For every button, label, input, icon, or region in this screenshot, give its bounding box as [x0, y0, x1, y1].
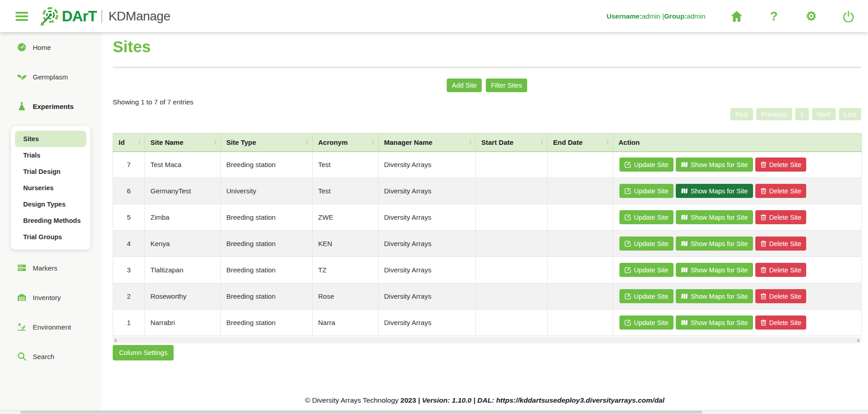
column-header-site-type[interactable]: Site Type▲▼ — [221, 133, 313, 152]
cell-start-date — [476, 152, 548, 178]
delete-site-button[interactable]: Delete Site — [755, 263, 807, 277]
delete-site-button[interactable]: Delete Site — [755, 289, 807, 303]
cell-start-date — [476, 231, 548, 257]
update-site-button[interactable]: Update Site — [619, 184, 673, 198]
update-site-button[interactable]: Update Site — [619, 315, 673, 330]
filter-sites-button[interactable]: Filter Sites — [486, 79, 527, 92]
hamburger-menu-icon[interactable] — [15, 12, 28, 21]
cell-site-name: Roseworthy — [145, 283, 221, 310]
user-info: Username:admin |Group:admin — [607, 12, 705, 20]
submenu-item-trial-design[interactable]: Trial Design — [15, 163, 86, 180]
sites-table-wrap: Id▲▼Site Name▲▼Site Type▲▼Acronym▲▼Manag… — [113, 133, 861, 336]
sort-icon: ▲▼ — [540, 139, 544, 145]
pagination-button-first[interactable]: First — [730, 108, 753, 120]
delete-site-button[interactable]: Delete Site — [755, 210, 807, 224]
column-header-site-name[interactable]: Site Name▲▼ — [145, 133, 221, 152]
sidebar-item-search[interactable]: Search — [0, 350, 101, 363]
column-settings-button[interactable]: Column Settings — [113, 345, 174, 360]
show-maps-for-site-button[interactable]: Show Maps for Site — [676, 315, 753, 330]
gear-icon[interactable]: ⚙ — [803, 10, 819, 23]
power-icon[interactable] — [841, 10, 856, 22]
delete-site-button[interactable]: Delete Site — [755, 237, 807, 251]
table-row: 2RoseworthyBreeding stationRoseDiversity… — [113, 283, 862, 310]
cell-id: 1 — [113, 310, 145, 336]
cell-start-date — [476, 178, 548, 204]
cell-id: 5 — [113, 204, 145, 231]
scrollbar-thumb[interactable] — [20, 411, 702, 414]
cell-acronym: Test — [313, 178, 379, 204]
submenu-item-design-types[interactable]: Design Types — [15, 196, 86, 212]
cell-end-date — [548, 310, 613, 336]
show-maps-for-site-button[interactable]: Show Maps for Site — [676, 289, 753, 303]
home-icon[interactable] — [729, 10, 744, 22]
scroll-left-icon[interactable]: ‹ — [115, 337, 117, 343]
cell-end-date — [548, 178, 613, 204]
table-row: 7Test MacaBreeding stationTestDiversity … — [113, 152, 862, 178]
sidebar-item-inventory[interactable]: Inventory — [0, 291, 101, 304]
delete-site-button[interactable]: Delete Site — [755, 158, 807, 172]
update-site-button[interactable]: Update Site — [619, 158, 673, 172]
scroll-right-icon[interactable]: › — [857, 337, 859, 343]
submenu-item-nurseries[interactable]: Nurseries — [15, 180, 86, 196]
cell-id: 3 — [113, 257, 145, 283]
cell-acronym: Rose — [313, 283, 379, 310]
footer-version-dal: | Version: 1.10.0 | DAL: https://kddarts… — [416, 396, 664, 404]
footer-copyright: © Diversity Arrays Technology — [305, 396, 400, 404]
submenu-item-trials[interactable]: Trials — [15, 147, 86, 163]
cell-manager-name: Diversity Arrays — [379, 257, 476, 283]
sort-icon: ▲▼ — [214, 139, 217, 145]
show-maps-for-site-button[interactable]: Show Maps for Site — [676, 158, 753, 172]
delete-site-button[interactable]: Delete Site — [755, 184, 807, 198]
add-site-button[interactable]: Add Site — [447, 79, 482, 92]
column-header-acronym[interactable]: Acronym▲▼ — [313, 133, 379, 152]
dart-target-icon — [39, 6, 59, 26]
pagination-button-1[interactable]: 1 — [795, 108, 809, 120]
show-maps-for-site-button[interactable]: Show Maps for Site — [676, 263, 753, 277]
column-header-manager-name[interactable]: Manager Name▲▼ — [379, 133, 476, 152]
column-header-id[interactable]: Id▲▼ — [113, 133, 145, 152]
title-divider — [113, 67, 861, 68]
cell-site-name: Tlaltizapan — [145, 257, 221, 283]
sidebar-item-home[interactable]: Home — [0, 40, 101, 54]
sidebar-item-germplasm[interactable]: Germplasm — [0, 70, 101, 84]
pagination-button-last[interactable]: Last — [839, 108, 861, 120]
submenu-item-breeding-methods[interactable]: Breeding Methods — [15, 212, 86, 229]
table-row: 6GermanyTestUniversityTestDiversity Arra… — [113, 178, 862, 204]
show-maps-for-site-button[interactable]: Show Maps for Site — [676, 184, 753, 198]
show-maps-for-site-button[interactable]: Show Maps for Site — [676, 237, 753, 251]
pagination-button-previous[interactable]: Previous — [756, 108, 792, 120]
column-header-start-date[interactable]: Start Date▲▼ — [476, 133, 548, 152]
sidebar-item-experiments[interactable]: Experiments — [0, 99, 101, 113]
sidebar-item-markers[interactable]: Markers — [0, 261, 101, 275]
cell-action: Update SiteShow Maps for SiteDelete Site — [613, 310, 862, 336]
cell-action: Update SiteShow Maps for SiteDelete Site — [613, 152, 862, 178]
show-maps-for-site-button[interactable]: Show Maps for Site — [676, 210, 753, 224]
update-site-button[interactable]: Update Site — [619, 237, 673, 251]
table-horizontal-scrollbar[interactable]: ‹ › — [113, 337, 861, 343]
cell-id: 7 — [113, 152, 145, 178]
product-name: KDManage — [109, 9, 170, 24]
page-horizontal-scrollbar[interactable] — [0, 410, 868, 414]
experiments-submenu: Sites Trials Trial Design Nurseries Desi… — [11, 126, 90, 250]
app-logo: DArT KDManage — [39, 6, 170, 26]
sidebar-item-environment[interactable]: Environment — [0, 320, 101, 334]
update-site-button[interactable]: Update Site — [619, 210, 673, 224]
column-header-end-date[interactable]: End Date▲▼ — [548, 133, 613, 152]
page-title: Sites — [113, 39, 861, 55]
delete-site-button[interactable]: Delete Site — [755, 315, 807, 330]
table-row: 1NarrabriBreeding stationNarraDiversity … — [113, 310, 862, 336]
submenu-item-sites[interactable]: Sites — [15, 131, 86, 147]
sort-icon: ▲▼ — [305, 139, 309, 145]
help-icon[interactable]: ? — [766, 10, 782, 23]
update-site-button[interactable]: Update Site — [619, 263, 673, 277]
pagination-button-next[interactable]: Next — [812, 108, 836, 120]
cell-action: Update SiteShow Maps for SiteDelete Site — [613, 204, 862, 231]
update-site-button[interactable]: Update Site — [619, 289, 673, 303]
cell-action: Update SiteShow Maps for SiteDelete Site — [613, 257, 862, 283]
sidebar-item-label: Markers — [33, 264, 57, 272]
sidebar-item-label: Home — [33, 44, 51, 51]
column-header-action[interactable]: Action — [613, 133, 862, 152]
footer: © Diversity Arrays Technology 2023 | Ver… — [101, 396, 868, 404]
sort-icon: ▲▼ — [371, 139, 375, 145]
submenu-item-trial-groups[interactable]: Trial Groups — [15, 229, 86, 245]
